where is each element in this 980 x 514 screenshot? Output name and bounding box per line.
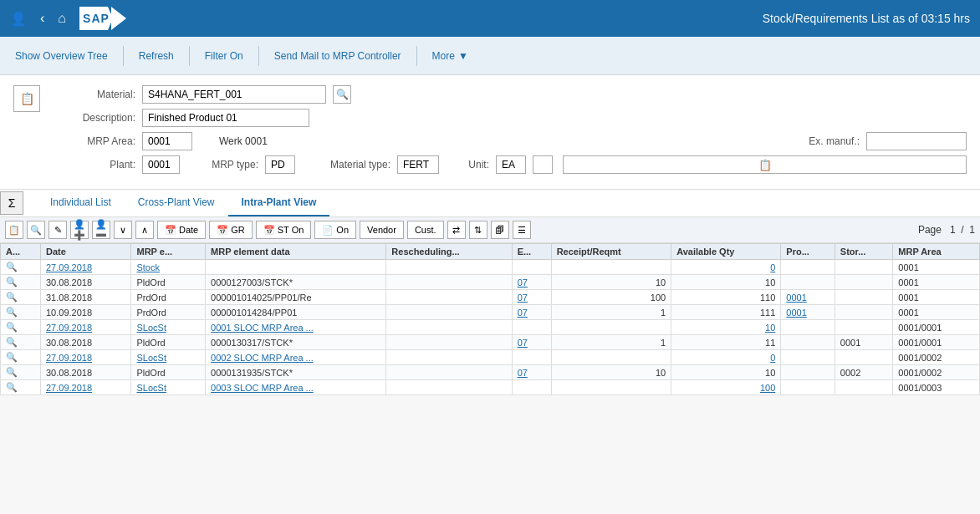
e-link[interactable]: 07 [518, 338, 528, 348]
date-button[interactable]: 📅 Date [157, 221, 206, 239]
magnifier-icon[interactable]: 🔍 [6, 352, 18, 362]
row-e[interactable]: 07 [512, 365, 551, 380]
row-pro[interactable]: 0001 [781, 305, 835, 320]
table-copy-btn[interactable]: 🗐 [491, 221, 509, 239]
row-avail[interactable]: 0 [671, 260, 781, 275]
tab-individual-list[interactable]: Individual List [37, 190, 125, 216]
row-avail[interactable]: 10 [671, 320, 781, 335]
row-mrp-data[interactable]: 0001 SLOC MRP Area ... [206, 320, 386, 335]
more-button[interactable]: More ▼ [424, 45, 477, 67]
row-e[interactable]: 07 [512, 290, 551, 305]
magnifier-icon[interactable]: 🔍 [6, 307, 18, 317]
avail-link[interactable]: 0 [770, 353, 775, 363]
filter-on-button[interactable]: Filter On [197, 45, 252, 67]
mrp-data-link[interactable]: 0002 SLOC MRP Area ... [211, 353, 314, 363]
mrp-e-link[interactable]: SLocSt [136, 323, 166, 333]
date-link[interactable]: 27.09.2018 [46, 262, 92, 272]
row-e[interactable]: 07 [512, 305, 551, 320]
on-button[interactable]: 📄 On [314, 221, 356, 239]
row-date[interactable]: 27.09.2018 [41, 260, 131, 275]
e-link[interactable]: 07 [518, 308, 528, 318]
date-link[interactable]: 27.09.2018 [46, 353, 92, 363]
magnifier-icon[interactable]: 🔍 [6, 292, 18, 302]
table-list-btn[interactable]: ☰ [513, 221, 531, 239]
table-transfer-btn-1[interactable]: ⇄ [447, 221, 466, 239]
unit-extra-input[interactable] [533, 155, 553, 174]
row-receipt [551, 380, 671, 395]
magnifier-icon[interactable]: 🔍 [6, 337, 18, 347]
st-on-button[interactable]: 📅 ST On [256, 221, 312, 239]
home-icon[interactable]: ⌂ [58, 11, 66, 26]
mrp-e-link[interactable]: Stock [136, 262, 160, 272]
mrp-type-input[interactable] [265, 155, 295, 174]
material-input[interactable] [142, 85, 326, 104]
row-e[interactable]: 07 [512, 275, 551, 290]
mrp-data-link[interactable]: 0001 SLOC MRP Area ... [211, 323, 314, 333]
material-search-button[interactable]: 🔍 [333, 85, 351, 104]
sigma-button[interactable]: Σ [0, 191, 23, 215]
row-date[interactable]: 27.09.2018 [41, 380, 131, 395]
row-mrp-e[interactable]: SLocSt [131, 320, 206, 335]
magnifier-icon[interactable]: 🔍 [6, 262, 18, 272]
row-mrp-e[interactable]: SLocSt [131, 350, 206, 365]
tab-cross-plant-view[interactable]: Cross-Plant View [125, 190, 228, 216]
pro-link[interactable]: 0001 [786, 293, 806, 303]
mrp-e-link[interactable]: SLocSt [136, 383, 166, 393]
avail-link[interactable]: 0 [770, 262, 775, 272]
mrp-data-link[interactable]: 0003 SLOC MRP Area ... [211, 383, 314, 393]
row-date[interactable]: 27.09.2018 [41, 320, 131, 335]
ex-manuf-input[interactable] [866, 132, 967, 150]
table-icon-btn-3[interactable]: 👤➕ [70, 221, 89, 239]
row-avail[interactable]: 0 [671, 350, 781, 365]
e-link[interactable]: 07 [518, 293, 528, 303]
row-icon-cell: 🔍 [1, 305, 41, 320]
date-link[interactable]: 27.09.2018 [46, 323, 92, 333]
table-icon-btn-1[interactable]: 📋 [5, 221, 23, 239]
row-mrp-data: 0000130317/STCK* [206, 335, 386, 350]
vendor-button[interactable]: Vendor [360, 221, 404, 239]
row-date[interactable]: 27.09.2018 [41, 350, 131, 365]
person-icon[interactable]: 👤 [10, 11, 27, 27]
magnifier-icon[interactable]: 🔍 [6, 367, 18, 377]
mrp-area-input[interactable] [142, 132, 192, 150]
magnifier-icon[interactable]: 🔍 [6, 382, 18, 392]
row-e[interactable]: 07 [512, 335, 551, 350]
magnifier-icon[interactable]: 🔍 [6, 277, 18, 287]
send-mail-button[interactable]: Send Mail to MRP Controller [266, 45, 410, 67]
material-type-input[interactable] [397, 155, 439, 174]
magnifier-icon[interactable]: 🔍 [6, 322, 18, 332]
table-chevron-up-btn[interactable]: ∧ [135, 221, 154, 239]
refresh-button[interactable]: Refresh [130, 45, 182, 67]
copy-icon-button[interactable]: 📋 [563, 155, 967, 174]
row-mrp-e[interactable]: SLocSt [131, 380, 206, 395]
row-mrp-e: PldOrd [131, 335, 206, 350]
description-input[interactable] [142, 109, 309, 127]
table-transfer-btn-2[interactable]: ⇅ [469, 221, 487, 239]
row-rescheduling [386, 275, 512, 290]
avail-link[interactable]: 100 [760, 383, 775, 393]
table-icon-btn-2[interactable]: 🔍 [27, 221, 45, 239]
avail-link[interactable]: 10 [765, 323, 775, 333]
form-icon-button[interactable]: 📋 [13, 85, 40, 112]
table-icon-btn-4[interactable]: 👤➖ [92, 221, 110, 239]
gr-button[interactable]: 📅 GR [209, 221, 253, 239]
row-mrp-e[interactable]: Stock [131, 260, 206, 275]
pro-link[interactable]: 0001 [786, 308, 806, 318]
table-chevron-down-btn[interactable]: ∨ [114, 221, 132, 239]
unit-input[interactable] [496, 155, 526, 174]
cust-button[interactable]: Cust. [407, 221, 444, 239]
plant-input[interactable] [142, 155, 180, 174]
tab-intra-plant-view[interactable]: Intra-Plant View [228, 190, 330, 216]
e-link[interactable]: 07 [518, 368, 528, 378]
show-overview-tree-button[interactable]: Show Overview Tree [7, 45, 116, 67]
table-edit-btn[interactable]: ✎ [48, 221, 67, 239]
mrp-e-link[interactable]: SLocSt [136, 353, 166, 363]
row-pro [781, 380, 835, 395]
row-avail[interactable]: 100 [671, 380, 781, 395]
back-icon[interactable]: ‹ [40, 11, 44, 26]
date-link[interactable]: 27.09.2018 [46, 383, 92, 393]
row-pro[interactable]: 0001 [781, 290, 835, 305]
row-mrp-data[interactable]: 0003 SLOC MRP Area ... [206, 380, 386, 395]
row-mrp-data[interactable]: 0002 SLOC MRP Area ... [206, 350, 386, 365]
e-link[interactable]: 07 [518, 277, 528, 288]
